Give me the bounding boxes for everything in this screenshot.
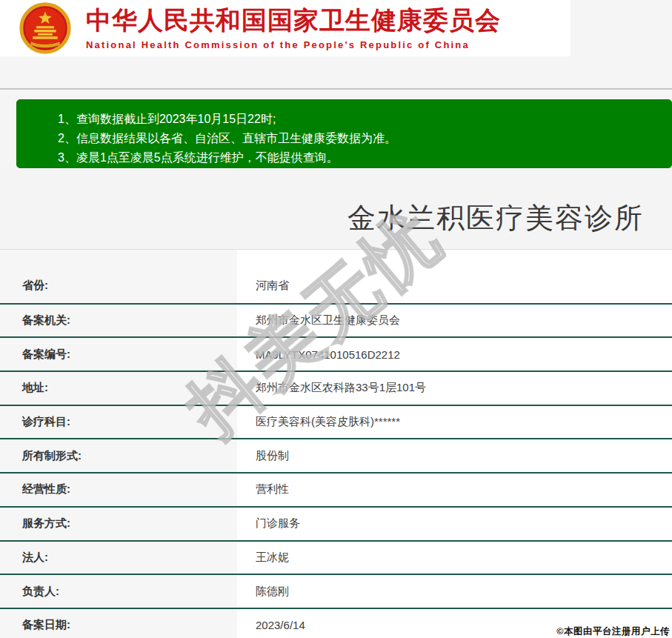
page: 中华人民共和国国家卫生健康委员会 National Health Commiss… (0, 0, 672, 638)
notice-line: 2、信息数据结果以各省、自治区、直辖市卫生健康委数据为准。 (58, 129, 656, 148)
row-label: 经营性质: (0, 473, 237, 506)
result-title-section: 金水兰积医疗美容诊所 (0, 168, 672, 250)
row-value: 陈德刚 (237, 575, 672, 608)
row-value: 郑州市金水区卫生健康委员会 (237, 305, 672, 337)
row-value: 郑州市金水区农科路33号1层101号 (237, 372, 672, 405)
table-row: 负责人: 陈德刚 (0, 574, 672, 608)
table-row: 经营性质: 营利性 (0, 472, 672, 506)
row-label: 备案编号: (0, 338, 237, 370)
subnav-bar (0, 56, 672, 90)
row-label: 所有制形式: (0, 439, 237, 472)
site-subtitle: National Health Commission of the People… (86, 39, 501, 50)
facility-name: 金水兰积医疗美容诊所 (347, 202, 644, 233)
row-label: 备案机关: (0, 305, 237, 337)
table-spacer-value-cell (237, 250, 672, 269)
notice-box: 1、查询数据截止到2023年10月15日22时; 2、信息数据结果以各省、自治区… (16, 99, 672, 168)
row-label: 地址: (0, 372, 237, 405)
table-row: 法人: 王冰妮 (0, 540, 672, 574)
china-national-emblem-icon (13, 2, 77, 54)
table-row: 所有制形式: 股份制 (0, 438, 672, 472)
table-spacer-label-cell (0, 250, 237, 269)
table-row: 备案编号: MA9LYTX0741010516D2212 (0, 336, 672, 370)
row-value: 河南省 (237, 269, 672, 303)
table-spacer (0, 250, 672, 269)
header-titles: 中华人民共和国国家卫生健康委员会 National Health Commiss… (86, 6, 501, 50)
row-value: 营利性 (237, 473, 672, 506)
table-row: 省份: 河南省 (0, 269, 672, 303)
row-value: 王冰妮 (237, 542, 672, 574)
row-value: 股份制 (237, 439, 672, 472)
row-label: 负责人: (0, 575, 237, 608)
row-label: 服务方式: (0, 508, 237, 540)
table-row: 地址: 郑州市金水区农科路33号1层101号 (0, 370, 672, 405)
row-label: 诊疗科目: (0, 406, 237, 439)
row-label: 省份: (0, 269, 237, 303)
notice-line: 1、查询数据截止到2023年10月15日22时; (58, 110, 656, 129)
info-table: 省份: 河南省 备案机关: 郑州市金水区卫生健康委员会 备案编号: MA9LYT… (0, 250, 672, 638)
notice-line: 3、凌晨1点至凌晨5点系统进行维护，不能提供查询。 (58, 148, 656, 167)
table-row: 诊疗科目: 医疗美容科(美容皮肤科)****** (0, 405, 672, 439)
copyright-note: ©本图由平台注册用户上传 (553, 625, 672, 638)
header: 中华人民共和国国家卫生健康委员会 National Health Commiss… (0, 0, 570, 56)
site-title: 中华人民共和国国家卫生健康委员会 (86, 6, 501, 35)
row-value: 医疗美容科(美容皮肤科)****** (237, 406, 672, 439)
row-label: 备案日期: (0, 609, 237, 638)
row-value: MA9LYTX0741010516D2212 (237, 338, 672, 370)
row-label: 法人: (0, 542, 237, 574)
notice-section: 1、查询数据截止到2023年10月15日22时; 2、信息数据结果以各省、自治区… (0, 90, 672, 168)
row-value: 门诊服务 (237, 508, 672, 540)
table-row: 备案机关: 郑州市金水区卫生健康委员会 (0, 303, 672, 337)
table-row: 服务方式: 门诊服务 (0, 506, 672, 540)
